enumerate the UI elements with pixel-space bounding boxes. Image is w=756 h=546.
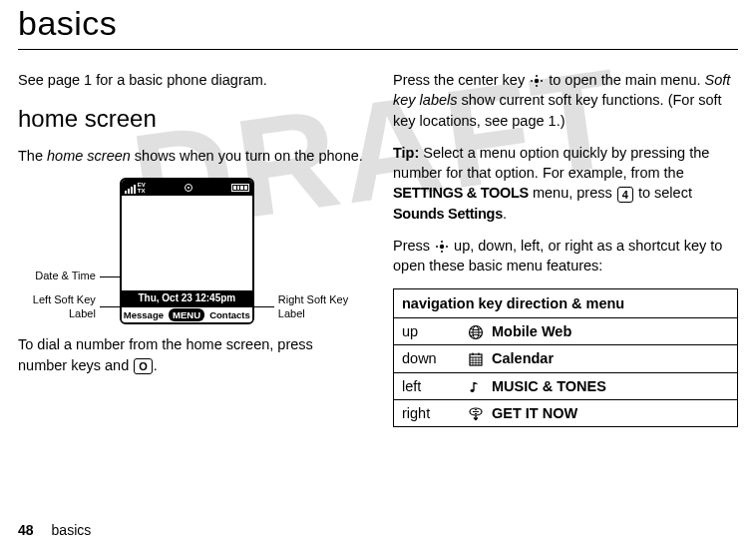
music-icon [460, 376, 492, 396]
home-screen-desc: The home screen shows when you turn on t… [18, 146, 363, 166]
number-key-4: 4 [617, 187, 633, 203]
svg-point-6 [441, 241, 443, 243]
svg-point-5 [440, 245, 444, 249]
text: Left Soft Key [33, 293, 96, 305]
feature-cell: Mobile Web [492, 321, 729, 341]
signal-icon [125, 185, 136, 194]
columns: See page 1 for a basic phone diagram. ho… [18, 70, 738, 427]
direction-cell: right [402, 403, 460, 423]
direction-cell: down [402, 348, 460, 368]
feature-cell: Calendar [492, 348, 729, 368]
text: Select a menu option quickly by pressing… [393, 145, 709, 181]
callout-line [252, 306, 274, 307]
text: to open the main menu. [545, 72, 704, 88]
callout-line [100, 276, 122, 277]
callout-line [100, 306, 122, 307]
table-row: up Mobile Web [394, 318, 737, 345]
nav-table: navigation key direction & menu up Mobil… [393, 288, 738, 427]
subheading-home-screen: home screen [18, 102, 363, 136]
nav-key-icon [435, 240, 449, 254]
callout-datetime-label: Date & Time [35, 270, 96, 283]
svg-point-22 [471, 389, 475, 392]
svg-point-9 [446, 246, 448, 248]
text: TX [138, 188, 146, 194]
left-column: See page 1 for a basic phone diagram. ho… [18, 70, 363, 427]
phone-mock: EV TX Thu, Oct 23 12:45pm Message MENU [120, 178, 254, 324]
footer-section: basics [52, 522, 92, 538]
svg-point-3 [531, 80, 533, 82]
table-row: down Calendar [394, 345, 737, 372]
svg-point-4 [541, 80, 543, 82]
right-softkey-label: Contacts [209, 308, 250, 321]
text: Press [393, 238, 434, 254]
text: Label [69, 307, 96, 319]
center-key-icon [530, 74, 544, 88]
menu-name: SETTINGS & TOOLS [393, 185, 529, 201]
network-label: EV TX [138, 182, 146, 194]
intro-text: See page 1 for a basic phone diagram. [18, 70, 363, 90]
phone-frame: EV TX Thu, Oct 23 12:45pm Message MENU [120, 178, 254, 324]
text: shows when you turn on the phone. [131, 148, 363, 164]
callout-leftsoft: Left Soft Key Label [33, 293, 122, 321]
menu-softkey-label: MENU [169, 308, 204, 321]
title-rule [18, 49, 738, 50]
svg-point-1 [536, 75, 538, 77]
text: To dial a number from the home screen, p… [18, 336, 313, 372]
send-key-icon: O [134, 358, 153, 374]
text: Right Soft Key [278, 293, 348, 305]
callout-leftsoft-label: Left Soft Key Label [33, 293, 96, 321]
text: The [18, 148, 47, 164]
left-softkey-label: Message [124, 308, 164, 321]
svg-point-0 [535, 79, 539, 83]
dial-instruction: To dial a number from the home screen, p… [18, 334, 363, 375]
text: Press the center key [393, 72, 529, 88]
table-row: right GET IT NOW [394, 400, 737, 427]
page-title: basics [18, 4, 738, 43]
svg-point-8 [436, 246, 438, 248]
calendar-icon [460, 348, 492, 368]
battery-icon [231, 184, 249, 192]
text: . [154, 357, 158, 373]
screen-area [122, 196, 252, 290]
feature-cell: GET IT NOW [492, 403, 729, 423]
svg-point-7 [441, 251, 443, 253]
right-callouts: Right Soft Key Label [252, 182, 348, 321]
text: menu, press [529, 185, 616, 201]
globe-icon [460, 321, 492, 341]
page-footer: 48basics [18, 522, 91, 538]
svg-point-2 [536, 85, 538, 87]
right-column: Press the center key to open the main me… [393, 70, 738, 427]
nav-key-paragraph: Press up, down, left, or right as a shor… [393, 236, 738, 276]
tip-label: Tip: [393, 145, 419, 161]
download-icon [460, 403, 492, 423]
feature-cell: MUSIC & TONES [492, 376, 729, 396]
table-row: left MUSIC & TONES [394, 373, 737, 400]
status-bar: EV TX [122, 180, 252, 196]
text: . [503, 206, 507, 222]
datetime-bar: Thu, Oct 23 12:45pm [122, 290, 252, 306]
center-key-paragraph: Press the center key to open the main me… [393, 70, 738, 131]
tip-paragraph: Tip: Select a menu option quickly by pre… [393, 143, 738, 224]
left-callouts: Date & Time Left Soft Key Label [33, 182, 122, 320]
table-header: navigation key direction & menu [394, 289, 737, 318]
option-name: Sounds Settings [393, 206, 503, 222]
softkey-bar: Message MENU Contacts [122, 306, 252, 322]
direction-cell: left [402, 376, 460, 396]
text: Label [278, 307, 305, 319]
gps-icon [185, 184, 192, 192]
direction-cell: up [402, 321, 460, 341]
callout-rightsoft-label: Right Soft Key Label [278, 293, 348, 321]
text-italic: home screen [47, 148, 131, 164]
phone-diagram: Date & Time Left Soft Key Label [18, 178, 363, 324]
callout-datetime: Date & Time [35, 270, 122, 283]
callout-rightsoft: Right Soft Key Label [252, 293, 348, 321]
text: to select [634, 185, 692, 201]
page-number: 48 [18, 522, 34, 538]
